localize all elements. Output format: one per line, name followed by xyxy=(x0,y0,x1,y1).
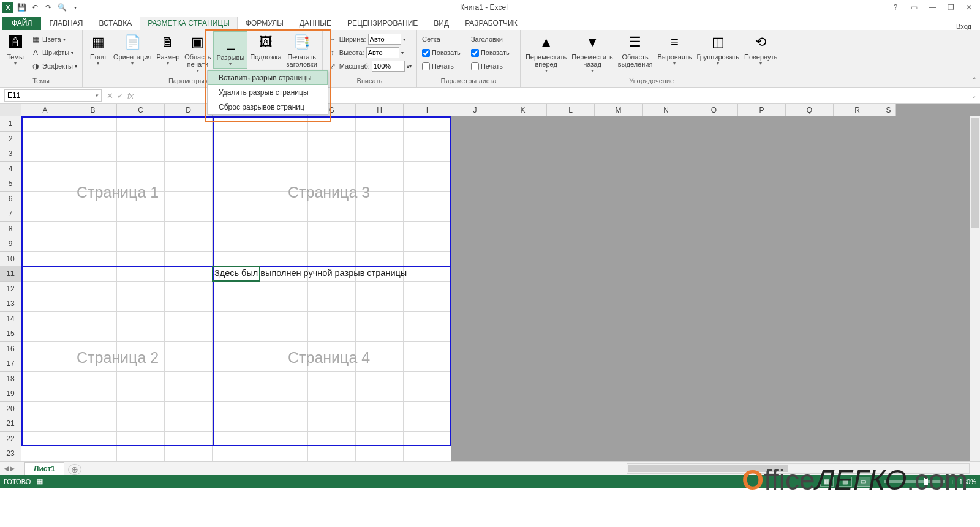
cell[interactable] xyxy=(356,206,404,222)
save-icon[interactable]: 💾 xyxy=(16,2,27,13)
cell[interactable] xyxy=(69,432,117,447)
cell[interactable] xyxy=(117,116,165,132)
cell[interactable] xyxy=(356,296,404,312)
cell[interactable] xyxy=(117,356,165,372)
cell[interactable] xyxy=(213,296,260,312)
cell[interactable] xyxy=(213,162,260,177)
cell[interactable] xyxy=(117,372,165,387)
cell[interactable] xyxy=(404,192,451,207)
cell[interactable] xyxy=(21,432,69,447)
cell[interactable] xyxy=(69,342,117,357)
cell[interactable] xyxy=(69,296,117,312)
cell[interactable] xyxy=(117,252,165,267)
cell[interactable] xyxy=(308,116,356,132)
help-icon[interactable]: ? xyxy=(887,2,904,13)
cell[interactable] xyxy=(356,236,404,252)
formula-cancel-icon[interactable]: ✕ xyxy=(107,91,113,100)
cell[interactable] xyxy=(356,386,404,402)
cell[interactable] xyxy=(165,146,213,162)
cell[interactable] xyxy=(260,146,308,162)
cell[interactable] xyxy=(213,206,260,222)
cell[interactable] xyxy=(356,222,404,237)
horizontal-page-break[interactable] xyxy=(21,266,451,267)
cell[interactable] xyxy=(260,296,308,312)
cell[interactable] xyxy=(165,176,213,192)
cell[interactable] xyxy=(21,192,69,207)
cell[interactable] xyxy=(260,356,308,372)
vertical-page-break[interactable] xyxy=(213,116,214,446)
cell[interactable] xyxy=(404,146,451,162)
name-box[interactable]: E11▾ xyxy=(4,89,102,102)
cell[interactable] xyxy=(404,356,451,372)
tab-developer[interactable]: РАЗРАБОТЧИК xyxy=(457,17,526,30)
cell[interactable] xyxy=(308,146,356,162)
qat-customize-icon[interactable]: ▾ xyxy=(70,2,81,13)
cell[interactable] xyxy=(356,312,404,327)
cell[interactable] xyxy=(213,252,260,267)
cell[interactable] xyxy=(260,236,308,252)
cell[interactable] xyxy=(117,342,165,357)
col-header[interactable]: R xyxy=(834,104,881,116)
row-header[interactable]: 13 xyxy=(0,296,21,312)
cell[interactable] xyxy=(308,236,356,252)
zoom-level[interactable]: 130% xyxy=(959,478,976,485)
col-header[interactable]: Q xyxy=(786,104,834,116)
cell[interactable] xyxy=(21,402,69,417)
cell[interactable] xyxy=(165,252,213,267)
print-area-button[interactable]: ▣Область печати xyxy=(182,31,213,75)
row-header[interactable]: 19 xyxy=(0,386,21,402)
row-header[interactable]: 4 xyxy=(0,162,21,177)
scale-input[interactable] xyxy=(372,61,405,72)
cell[interactable] xyxy=(117,326,165,342)
cell[interactable] xyxy=(21,372,69,387)
cell[interactable] xyxy=(165,266,213,282)
cell[interactable] xyxy=(308,266,356,282)
col-header[interactable]: P xyxy=(738,104,786,116)
cell[interactable] xyxy=(69,162,117,177)
col-header[interactable]: A xyxy=(21,104,69,116)
cell[interactable] xyxy=(21,206,69,222)
cell[interactable] xyxy=(117,446,165,461)
cell[interactable] xyxy=(21,176,69,192)
cell[interactable] xyxy=(308,432,356,447)
cell[interactable] xyxy=(404,266,451,282)
cell[interactable] xyxy=(213,416,260,432)
breaks-button[interactable]: ⎯Разрывы xyxy=(213,31,247,69)
vertical-scrollbar[interactable] xyxy=(970,116,980,461)
cell[interactable] xyxy=(69,312,117,327)
cell[interactable] xyxy=(21,342,69,357)
cell[interactable] xyxy=(260,176,308,192)
cell[interactable] xyxy=(21,162,69,177)
cell[interactable] xyxy=(308,402,356,417)
maximize-icon[interactable]: ❐ xyxy=(942,2,959,13)
cell[interactable] xyxy=(165,386,213,402)
row-header[interactable]: 12 xyxy=(0,282,21,297)
align-button[interactable]: ≡Выровнять xyxy=(655,31,694,67)
cell[interactable] xyxy=(69,402,117,417)
cell[interactable] xyxy=(165,432,213,447)
worksheet-area[interactable]: A B C D E F G H I J K L M N O P Q R S 12… xyxy=(0,104,980,461)
send-backward-button[interactable]: ▼Переместить назад xyxy=(569,31,615,75)
cell[interactable] xyxy=(308,312,356,327)
cell[interactable] xyxy=(69,206,117,222)
cell[interactable] xyxy=(308,192,356,207)
print-preview-icon[interactable]: 🔍 xyxy=(56,2,67,13)
cell[interactable] xyxy=(404,402,451,417)
cell[interactable] xyxy=(260,222,308,237)
cell[interactable] xyxy=(404,252,451,267)
cell[interactable] xyxy=(356,432,404,447)
add-sheet-button[interactable]: ⊕ xyxy=(68,464,81,475)
cell[interactable] xyxy=(69,282,117,297)
ribbon-display-icon[interactable]: ▭ xyxy=(905,2,922,13)
col-header[interactable]: L xyxy=(547,104,595,116)
expand-formula-bar-icon[interactable]: ⌄ xyxy=(971,92,976,99)
cell[interactable] xyxy=(117,386,165,402)
cell[interactable] xyxy=(260,206,308,222)
cell[interactable] xyxy=(404,312,451,327)
cell[interactable] xyxy=(165,372,213,387)
background-button[interactable]: 🖼Подложка xyxy=(247,31,284,62)
cell[interactable] xyxy=(356,146,404,162)
cell[interactable] xyxy=(69,132,117,147)
tab-insert[interactable]: ВСТАВКА xyxy=(91,17,140,30)
fx-icon[interactable]: fx xyxy=(127,91,134,100)
